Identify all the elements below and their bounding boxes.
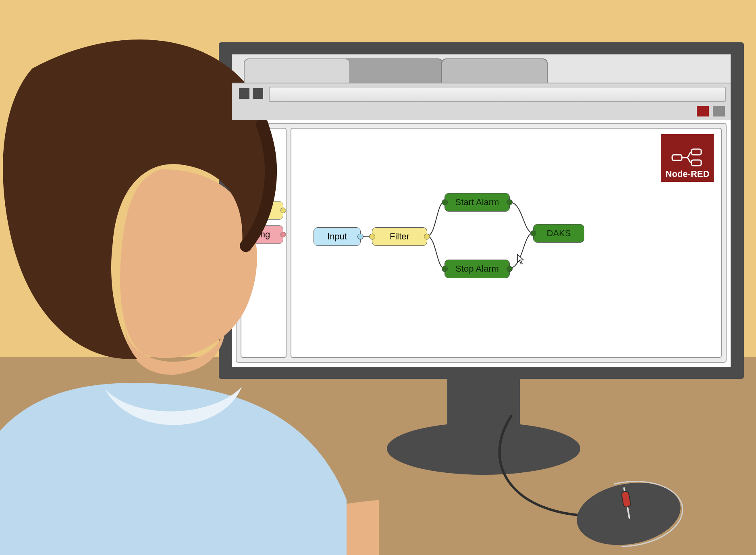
node-output-port[interactable] [280,232,286,237]
flow-node-input[interactable]: Input [314,227,361,246]
node-input-port[interactable] [369,234,375,240]
node-red-app: Event-ID Logging Node-RE [236,123,727,363]
flow-icon [671,148,704,166]
address-bar[interactable] [269,87,726,102]
nav-back-button[interactable] [239,88,249,99]
scene-illustration: Event-ID Logging Node-RE [0,0,756,555]
monitor-screen: Event-ID Logging Node-RE [232,54,731,367]
window-minimize-button[interactable] [713,106,725,116]
palette-node-label: Logging [239,229,270,240]
node-input-port[interactable] [442,200,448,206]
node-label: Input [327,231,347,242]
node-label: Start Alarm [455,197,499,208]
svg-rect-1 [692,149,701,155]
node-red-logo-badge: Node-RED [661,134,714,182]
node-output-port[interactable] [280,208,286,213]
browser-tab-2[interactable] [336,58,443,83]
node-input-port[interactable] [442,266,448,272]
node-label: Filter [390,231,409,242]
node-output-port[interactable] [424,234,430,240]
monitor-stand-neck [447,379,520,447]
flow-node-filter[interactable]: Filter [372,227,427,246]
mouse-cursor-icon [516,254,525,265]
browser-toolbar [232,83,731,120]
node-label: Stop Alarm [455,264,499,274]
window-close-button[interactable] [697,106,709,116]
palette-node-label: Event-ID [237,205,272,216]
flow-node-start-alarm[interactable]: Start Alarm [444,193,510,212]
node-output-port[interactable] [357,234,363,240]
flow-node-daks[interactable]: DAKS [533,224,584,243]
flow-canvas[interactable]: Node-RED Input Filter [291,128,722,358]
node-output-port[interactable] [507,266,513,272]
browser-tab-1-active[interactable] [244,58,350,83]
browser-chrome [232,54,731,120]
palette-node-event-id[interactable]: Event-ID [225,201,283,220]
browser-tab-3[interactable] [441,58,548,83]
node-input-port[interactable] [530,231,536,237]
svg-rect-2 [692,160,701,166]
palette-node-logging[interactable]: Logging [225,225,283,244]
node-palette-sidebar: Event-ID Logging [241,128,287,358]
brand-label: Node-RED [666,169,710,179]
svg-rect-0 [672,155,682,160]
node-output-port[interactable] [507,200,513,206]
flow-node-stop-alarm[interactable]: Stop Alarm [444,260,510,278]
node-label: DAKS [547,228,571,239]
nav-forward-button[interactable] [253,88,263,99]
